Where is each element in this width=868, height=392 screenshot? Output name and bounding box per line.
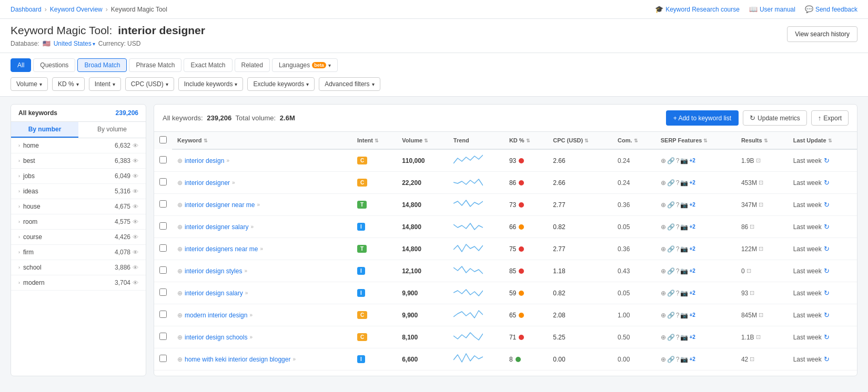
com-value: 0.50 — [618, 334, 630, 341]
refresh-row-icon[interactable]: ↻ — [824, 355, 830, 363]
sort-by-volume[interactable]: By volume — [78, 122, 146, 138]
eye-icon[interactable]: 👁 — [133, 203, 138, 210]
update-metrics-button[interactable]: ↻ Update metrics — [743, 110, 807, 126]
keyword-link[interactable]: ⊕ home with keki interior design blogger… — [177, 356, 347, 363]
keyword-link[interactable]: ⊕ interior design styles » — [177, 267, 347, 275]
keyword-link[interactable]: ⊕ interior design schools » — [177, 334, 347, 341]
sidebar-item[interactable]: › jobs 6,049 👁 — [11, 169, 146, 184]
sidebar-item[interactable]: › house 4,675 👁 — [11, 199, 146, 214]
keyword-link[interactable]: ⊕ interior design salary » — [177, 290, 347, 297]
keyword-count: 4,078 — [115, 249, 130, 256]
keyword-label: best — [23, 157, 35, 164]
sidebar-item[interactable]: › ideas 5,316 👁 — [11, 184, 146, 199]
refresh-row-icon[interactable]: ↻ — [824, 311, 830, 319]
kd-dot — [516, 357, 521, 362]
sidebar-item[interactable]: › best 6,383 👁 — [11, 153, 146, 169]
row-checkbox[interactable] — [159, 355, 167, 362]
tab-all[interactable]: All — [11, 58, 31, 72]
row-checkbox[interactable] — [159, 222, 167, 230]
sort-by-number[interactable]: By number — [11, 122, 78, 138]
table-summary: All keywords: 239,206 Total volume: 2.6M — [163, 114, 295, 122]
tab-languages[interactable]: Languages beta ▾ — [272, 58, 338, 72]
keyword-link[interactable]: ⊕ modern interior design » — [177, 312, 347, 319]
keyword-link[interactable]: ⊕ interior designers near me » — [177, 245, 347, 253]
course-link[interactable]: 🎓 Keyword Research course — [655, 5, 740, 13]
manual-link[interactable]: 📖 User manual — [749, 5, 795, 13]
tab-related[interactable]: Related — [235, 58, 270, 72]
sidebar-item[interactable]: › firm 4,078 👁 — [11, 245, 146, 260]
add-keyword-icon: ⊕ — [177, 290, 183, 297]
export-button[interactable]: ↑ Export — [811, 110, 849, 126]
row-checkbox[interactable] — [159, 333, 167, 340]
volume-value: 14,800 — [402, 223, 421, 231]
volume-value: 8,100 — [402, 334, 418, 341]
refresh-row-icon[interactable]: ↻ — [824, 333, 830, 341]
tab-broad-match[interactable]: Broad Match — [77, 58, 127, 72]
keyword-link[interactable]: ⊕ interior designer near me » — [177, 201, 347, 209]
keyword-link[interactable]: ⊕ interior designer salary » — [177, 223, 347, 231]
row-checkbox[interactable] — [159, 178, 167, 185]
sidebar-item[interactable]: › room 4,575 👁 — [11, 214, 146, 230]
trend-chart — [453, 160, 483, 167]
keyword-link[interactable]: ⊕ interior designer » — [177, 179, 347, 187]
add-keyword-icon: ⊕ — [177, 201, 183, 209]
filter-exclude[interactable]: Exclude keywords ▾ — [247, 77, 315, 91]
refresh-row-icon[interactable]: ↻ — [824, 179, 830, 187]
tab-questions[interactable]: Questions — [33, 58, 75, 72]
refresh-row-icon[interactable]: ↻ — [824, 223, 830, 231]
book-icon: 📖 — [749, 5, 758, 13]
eye-icon[interactable]: 👁 — [133, 234, 138, 240]
results-value: 1.1B ⊡ — [741, 334, 783, 341]
refresh-row-icon[interactable]: ↻ — [824, 245, 830, 253]
cpc-value: 5.25 — [553, 334, 565, 341]
add-to-keyword-list-button[interactable]: + Add to keyword list — [666, 110, 739, 126]
results-icon: ⊡ — [759, 179, 763, 186]
eye-icon[interactable]: 👁 — [133, 142, 138, 149]
keyword-link[interactable]: ⊕ interior design » — [177, 157, 347, 164]
filter-kd[interactable]: KD % ▾ — [52, 77, 85, 91]
sidebar-item[interactable]: › home 6,632 👁 — [11, 138, 146, 153]
row-checkbox[interactable] — [159, 156, 167, 163]
eye-icon[interactable]: 👁 — [133, 158, 138, 164]
feedback-link[interactable]: 💬 Send feedback — [805, 5, 857, 13]
row-checkbox[interactable] — [159, 200, 167, 208]
refresh-row-icon[interactable]: ↻ — [824, 201, 830, 209]
row-checkbox[interactable] — [159, 266, 167, 274]
chevron-languages: ▾ — [328, 63, 331, 68]
eye-icon[interactable]: 👁 — [133, 264, 138, 271]
eye-icon[interactable]: 👁 — [133, 188, 138, 194]
chevron-intent: ▾ — [113, 81, 115, 87]
results-value: 453M ⊡ — [741, 179, 783, 187]
row-checkbox[interactable] — [159, 244, 167, 252]
view-history-button[interactable]: View search history — [787, 26, 857, 42]
keyword-text: interior design schools — [185, 334, 247, 341]
tab-phrase-match[interactable]: Phrase Match — [129, 58, 181, 72]
eye-icon[interactable]: 👁 — [133, 280, 138, 286]
filter-advanced[interactable]: Advanced filters ▾ — [319, 77, 380, 91]
filter-volume[interactable]: Volume ▾ — [11, 77, 48, 91]
sidebar-item[interactable]: › school 3,886 👁 — [11, 260, 146, 275]
kd-dot — [519, 269, 524, 274]
refresh-row-icon[interactable]: ↻ — [824, 157, 830, 164]
results-value: 347M ⊡ — [741, 201, 783, 209]
results-icon: ⊡ — [750, 356, 754, 363]
refresh-row-icon[interactable]: ↻ — [824, 267, 830, 275]
breadcrumb-dashboard[interactable]: Dashboard — [11, 6, 42, 13]
keyword-label: ideas — [23, 188, 38, 195]
filter-cpc[interactable]: CPC (USD) ▾ — [125, 77, 174, 91]
trend-chart — [453, 270, 483, 277]
refresh-row-icon[interactable]: ↻ — [824, 289, 830, 297]
eye-icon[interactable]: 👁 — [133, 249, 138, 255]
row-checkbox[interactable] — [159, 311, 167, 318]
eye-icon[interactable]: 👁 — [133, 219, 138, 225]
filter-include[interactable]: Include keywords ▾ — [178, 77, 244, 91]
filter-intent[interactable]: Intent ▾ — [89, 77, 121, 91]
sidebar-item[interactable]: › modern 3,704 👁 — [11, 275, 146, 291]
eye-icon[interactable]: 👁 — [133, 173, 138, 179]
row-checkbox[interactable] — [159, 288, 167, 296]
select-all-checkbox[interactable] — [159, 136, 167, 143]
sidebar-item[interactable]: › course 4,426 👁 — [11, 230, 146, 245]
breadcrumb-keyword-overview[interactable]: Keyword Overview — [50, 6, 103, 13]
country-selector[interactable]: United States ▾ — [54, 40, 95, 47]
tab-exact-match[interactable]: Exact Match — [184, 58, 232, 72]
